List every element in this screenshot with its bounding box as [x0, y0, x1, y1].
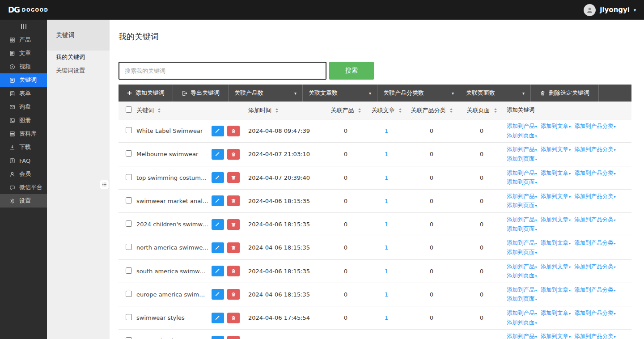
related-articles-count[interactable]: 1 — [366, 174, 407, 181]
select-all-checkbox[interactable] — [126, 106, 132, 113]
related-articles-count[interactable]: 1 — [366, 198, 407, 204]
delete-button[interactable] — [227, 149, 240, 160]
related-articles-count[interactable]: 1 — [366, 291, 407, 298]
delete-button[interactable] — [227, 126, 240, 136]
related-articles-count[interactable]: 1 — [366, 221, 407, 228]
collapse-panel-button[interactable] — [100, 180, 109, 189]
edit-button[interactable] — [212, 172, 224, 183]
related-articles-count[interactable]: 1 — [366, 268, 407, 275]
add-to-category-link[interactable]: 添加到产品分类▾ — [574, 263, 616, 270]
add-to-product-link[interactable]: 添加到产品▾ — [507, 333, 537, 339]
row-checkbox[interactable] — [126, 337, 132, 339]
add-to-page-link[interactable]: 添加到页面▾ — [507, 225, 537, 232]
add-keyword-button[interactable]: + 添加关键词 — [119, 85, 173, 102]
sidebar-item-albums[interactable]: 图册 — [0, 114, 47, 127]
row-checkbox[interactable] — [126, 244, 132, 250]
user-menu[interactable]: jlyongyi ▾ — [584, 4, 636, 16]
sidebar-collapse-button[interactable] — [0, 20, 47, 33]
add-to-category-link[interactable]: 添加到产品分类▾ — [574, 239, 616, 246]
add-to-page-link[interactable]: 添加到页面▾ — [507, 272, 537, 279]
delete-button[interactable] — [227, 172, 240, 183]
add-to-product-link[interactable]: 添加到产品▾ — [507, 286, 537, 293]
export-keywords-button[interactable]: 导出关键词 — [173, 85, 229, 102]
add-to-product-link[interactable]: 添加到产品▾ — [507, 309, 537, 316]
row-checkbox[interactable] — [126, 174, 132, 180]
sidebar-item-settings[interactable]: 设置 — [0, 194, 47, 208]
sidebar-item-library[interactable]: 资料库 — [0, 127, 47, 140]
edit-button[interactable] — [212, 266, 224, 276]
add-to-page-link[interactable]: 添加到页面▾ — [507, 319, 537, 326]
delete-selected-keywords-button[interactable]: 删除选定关键词 — [531, 85, 599, 102]
delete-button[interactable] — [227, 289, 240, 300]
edit-button[interactable] — [212, 313, 224, 323]
search-input[interactable] — [119, 62, 326, 80]
sidebar-item-keywords[interactable]: K 关键词 — [0, 73, 47, 87]
edit-button[interactable] — [212, 126, 224, 136]
edit-button[interactable] — [212, 149, 224, 160]
sidebar-item-faq[interactable]: ? FAQ — [0, 154, 47, 167]
related-articles-count[interactable]: 1 — [366, 314, 407, 321]
delete-button[interactable] — [227, 219, 240, 230]
add-to-product-link[interactable]: 添加到产品▾ — [507, 239, 537, 246]
add-to-page-link[interactable]: 添加到页面▾ — [507, 249, 537, 255]
add-to-category-link[interactable]: 添加到产品分类▾ — [574, 309, 616, 316]
add-to-article-link[interactable]: 添加到文章▾ — [541, 146, 571, 153]
sidebar-item-members[interactable]: 会员 — [0, 167, 47, 181]
add-to-page-link[interactable]: 添加到页面▾ — [507, 178, 537, 185]
add-to-product-link[interactable]: 添加到产品▾ — [507, 193, 537, 199]
related-products-count-dropdown[interactable]: 关联产品数 ▾ — [229, 85, 303, 102]
add-to-article-link[interactable]: 添加到文章▾ — [541, 286, 571, 293]
add-to-product-link[interactable]: 添加到产品▾ — [507, 123, 537, 129]
sidebar-item-articles[interactable]: 文章 — [0, 47, 47, 60]
delete-button[interactable] — [227, 195, 240, 206]
delete-button[interactable] — [227, 336, 240, 339]
related-articles-count[interactable]: 1 — [366, 151, 407, 157]
row-checkbox[interactable] — [126, 220, 132, 227]
edit-button[interactable] — [212, 242, 224, 253]
add-to-category-link[interactable]: 添加到产品分类▾ — [574, 286, 616, 293]
submenu-item-keyword-settings[interactable]: 关键词设置 — [47, 64, 110, 77]
add-to-page-link[interactable]: 添加到页面▾ — [507, 295, 537, 302]
edit-button[interactable] — [212, 195, 224, 206]
add-to-product-link[interactable]: 添加到产品▾ — [507, 263, 537, 270]
add-to-page-link[interactable]: 添加到页面▾ — [507, 155, 537, 162]
add-to-product-link[interactable]: 添加到产品▾ — [507, 170, 537, 176]
sidebar-item-products[interactable]: 产品 — [0, 33, 47, 47]
edit-button[interactable] — [212, 336, 224, 339]
related-articles-count[interactable]: 1 — [366, 127, 407, 134]
add-to-product-link[interactable]: 添加到产品▾ — [507, 216, 537, 223]
row-checkbox[interactable] — [126, 150, 132, 157]
sidebar-item-inquiries[interactable]: 询盘 — [0, 100, 47, 114]
row-checkbox[interactable] — [126, 314, 132, 320]
add-to-article-link[interactable]: 添加到文章▾ — [541, 239, 571, 246]
sort-icon[interactable] — [450, 108, 453, 113]
add-to-page-link[interactable]: 添加到页面▾ — [507, 202, 537, 208]
sort-icon[interactable] — [158, 108, 161, 113]
add-to-article-link[interactable]: 添加到文章▾ — [541, 123, 571, 129]
add-to-category-link[interactable]: 添加到产品分类▾ — [574, 193, 616, 199]
delete-button[interactable] — [227, 266, 240, 276]
add-to-article-link[interactable]: 添加到文章▾ — [541, 170, 571, 176]
sort-icon[interactable] — [358, 108, 361, 113]
delete-button[interactable] — [227, 313, 240, 323]
add-to-article-link[interactable]: 添加到文章▾ — [541, 193, 571, 199]
add-to-article-link[interactable]: 添加到文章▾ — [541, 216, 571, 223]
row-checkbox[interactable] — [126, 267, 132, 274]
row-checkbox[interactable] — [126, 291, 132, 297]
add-to-product-link[interactable]: 添加到产品▾ — [507, 146, 537, 153]
edit-button[interactable] — [212, 289, 224, 300]
add-to-category-link[interactable]: 添加到产品分类▾ — [574, 333, 616, 339]
sort-icon[interactable] — [494, 108, 497, 113]
submenu-item-my-keywords[interactable]: 我的关键词 — [47, 51, 110, 64]
sidebar-item-wechat[interactable]: 微信平台 — [0, 181, 47, 194]
add-to-article-link[interactable]: 添加到文章▾ — [541, 333, 571, 339]
add-to-category-link[interactable]: 添加到产品分类▾ — [574, 123, 616, 129]
add-to-category-link[interactable]: 添加到产品分类▾ — [574, 170, 616, 176]
sidebar-item-forms[interactable]: 表单 — [0, 87, 47, 100]
sort-icon[interactable] — [275, 108, 278, 113]
row-checkbox[interactable] — [126, 127, 132, 133]
related-articles-count-dropdown[interactable]: 关联文章数 ▾ — [303, 85, 377, 102]
logo[interactable]: DG DOGOOD — [8, 5, 48, 14]
related-articles-count[interactable]: 1 — [366, 244, 407, 251]
sidebar-item-videos[interactable]: 视频 — [0, 60, 47, 73]
